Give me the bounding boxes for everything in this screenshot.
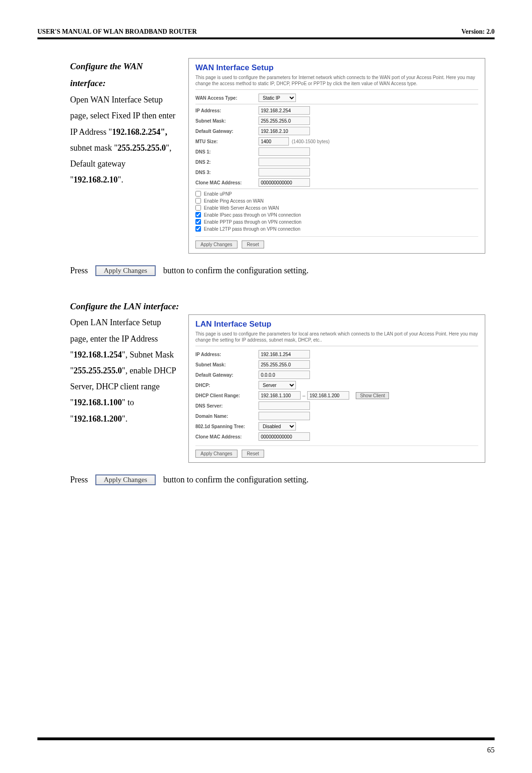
wan-dns3-label: DNS 3: xyxy=(195,170,259,175)
lan-ip-label: IP Address: xyxy=(195,352,259,357)
wan-text-column: Configure the WAN interface: Open WAN In… xyxy=(70,58,180,254)
wan-dns2-input[interactable] xyxy=(259,158,310,166)
show-client-button[interactable]: Show Client xyxy=(356,392,389,399)
divider xyxy=(195,189,478,189)
lan-range-end-input[interactable] xyxy=(307,391,349,400)
range-separator: – xyxy=(302,393,305,398)
wan-panel-desc: This page is used to configure the param… xyxy=(195,74,478,90)
lan-range-label: DHCP Client Range: xyxy=(195,393,259,398)
lan-stp-label: 802.1d Spanning Tree: xyxy=(195,424,259,429)
lan-range-start-input[interactable] xyxy=(259,391,301,400)
chk-ping-label: Enable Ping Access on WAN xyxy=(204,198,264,204)
lan-clone-label: Clone MAC Address: xyxy=(195,434,259,439)
chk-webserver[interactable] xyxy=(195,205,201,211)
chk-l2tp[interactable] xyxy=(195,226,201,232)
wan-gw-input[interactable] xyxy=(259,127,310,135)
lan-title: Configure the LAN interface: xyxy=(70,301,485,312)
lan-stp-select[interactable]: Disabled xyxy=(259,422,296,430)
chk-ipsec[interactable] xyxy=(195,212,201,218)
wan-ip: 192.168.2.254", xyxy=(112,127,167,137)
lan-ip-input[interactable] xyxy=(259,350,310,358)
chk-l2tp-label: Enable L2TP pass through on VPN connecti… xyxy=(204,226,301,232)
chk-ping[interactable] xyxy=(195,198,201,204)
wan-dns1-label: DNS 1: xyxy=(195,149,259,154)
wan-title: Configure the WAN interface: xyxy=(70,58,180,92)
press-row-wan: Press Apply Changes button to confirm th… xyxy=(70,263,485,278)
press-suffix: button to confirm the configuration sett… xyxy=(163,263,309,278)
chk-upnp-label: Enable uPNP xyxy=(204,191,232,197)
lan-end: 192.168.1.200 xyxy=(73,414,122,423)
lan-dhcp-label: DHCP: xyxy=(195,383,259,388)
press-text: Press xyxy=(70,263,88,278)
press-row-lan: Press Apply Changes button to confirm th… xyxy=(70,472,485,487)
footer-rule xyxy=(37,737,495,740)
lan-dhcp-select[interactable]: Server xyxy=(259,381,296,389)
press-text: Press xyxy=(70,472,88,487)
wan-apply-button[interactable]: Apply Changes xyxy=(195,241,237,248)
lan-mask-label: Subnet Mask: xyxy=(195,362,259,367)
lan-gw-label: Default Gateway: xyxy=(195,372,259,378)
press-suffix: button to confirm the configuration sett… xyxy=(163,472,309,487)
wan-mtu-note: (1400-1500 bytes) xyxy=(292,139,330,144)
wan-body-4: ". xyxy=(118,175,123,184)
chk-ipsec-label: Enable IPsec pass through on VPN connect… xyxy=(204,212,301,218)
lan-mask: 255.255.255.0 xyxy=(73,366,122,375)
page-number: 65 xyxy=(487,746,495,754)
wan-dns3-input[interactable] xyxy=(259,168,310,176)
lan-gw-input[interactable] xyxy=(259,371,310,379)
lan-text-column: Open LAN Interface Setup page, enter the… xyxy=(70,314,180,463)
wan-body-2: subnet mask " xyxy=(70,143,117,153)
wan-ip-label: IP Address: xyxy=(195,108,259,113)
wan-mask: 255.255.255.0 xyxy=(117,143,166,153)
chk-pptp-label: Enable PPTP pass through on VPN connecti… xyxy=(204,219,302,225)
lan-mask-input[interactable] xyxy=(259,360,310,369)
header-rule xyxy=(37,37,495,39)
wan-section: Configure the WAN interface: Open WAN In… xyxy=(70,58,485,254)
lan-apply-button[interactable]: Apply Changes xyxy=(195,450,237,458)
lan-panel-desc: This page is used to configure the param… xyxy=(195,331,478,346)
lan-clone-input[interactable] xyxy=(259,432,310,441)
wan-panel-title: WAN Interface Setup xyxy=(195,63,478,73)
lan-domain-label: Domain Name: xyxy=(195,414,259,419)
lan-body-5: ". xyxy=(122,414,128,423)
wan-mtu-input[interactable] xyxy=(259,137,289,146)
wan-reset-button[interactable]: Reset xyxy=(242,241,264,248)
wan-mask-input[interactable] xyxy=(259,117,310,125)
wan-mtu-label: MTU Size: xyxy=(195,139,259,144)
lan-ip: 192.168.1.254 xyxy=(73,350,122,359)
wan-clone-label: Clone MAC Address: xyxy=(195,180,259,185)
chk-webserver-label: Enable Web Server Access on WAN xyxy=(204,205,279,211)
apply-changes-button[interactable]: Apply Changes xyxy=(95,474,156,485)
header-left: USER'S MANUAL OF WLAN BROADBAND ROUTER xyxy=(37,28,197,36)
lan-reset-button[interactable]: Reset xyxy=(242,450,264,458)
chk-pptp[interactable] xyxy=(195,219,201,225)
wan-dns1-input[interactable] xyxy=(259,147,310,156)
page-header: USER'S MANUAL OF WLAN BROADBAND ROUTER V… xyxy=(37,28,495,36)
wan-access-type-label: WAN Access Type: xyxy=(195,95,259,101)
lan-dns-input[interactable] xyxy=(259,401,310,410)
wan-dns2-label: DNS 2: xyxy=(195,160,259,165)
wan-clone-input[interactable] xyxy=(259,178,310,187)
wan-gw: 192.168.2.10 xyxy=(73,175,118,184)
wan-mask-label: Subnet Mask: xyxy=(195,118,259,124)
lan-panel: LAN Interface Setup This page is used to… xyxy=(188,314,485,463)
wan-panel: WAN Interface Setup This page is used to… xyxy=(188,58,485,254)
header-right: Version: 2.0 xyxy=(461,28,495,36)
lan-dns-label: DNS Server: xyxy=(195,403,259,408)
lan-domain-input[interactable] xyxy=(259,412,310,420)
divider xyxy=(195,104,478,104)
lan-start: 192.168.1.100 xyxy=(73,398,122,407)
lan-panel-title: LAN Interface Setup xyxy=(195,320,478,329)
apply-changes-button[interactable]: Apply Changes xyxy=(95,265,156,276)
wan-ip-input[interactable] xyxy=(259,106,310,115)
lan-section: Open LAN Interface Setup page, enter the… xyxy=(70,314,485,463)
chk-upnp[interactable] xyxy=(195,191,201,197)
wan-access-type-select[interactable]: Static IP xyxy=(259,94,296,102)
wan-gw-label: Default Gateway: xyxy=(195,129,259,134)
